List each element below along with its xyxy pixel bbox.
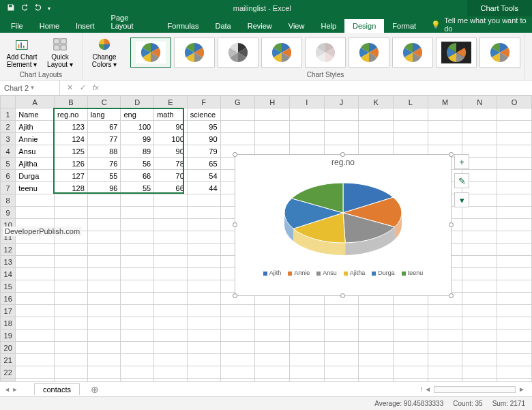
- redo-icon[interactable]: [34, 3, 42, 13]
- cell-G21[interactable]: [220, 354, 255, 366]
- cell-D7[interactable]: 55: [121, 182, 154, 194]
- cell-I1[interactable]: [289, 108, 324, 121]
- cell-C7[interactable]: 96: [87, 182, 121, 194]
- cell-E5[interactable]: 78: [154, 158, 188, 170]
- cell-B21[interactable]: [55, 354, 88, 366]
- cell-B6[interactable]: 127: [55, 170, 88, 182]
- cell-J22[interactable]: [324, 366, 359, 379]
- cell-O13[interactable]: [497, 256, 532, 268]
- cell-A4[interactable]: Ansu: [16, 145, 55, 158]
- cell-F5[interactable]: 65: [187, 158, 220, 170]
- tab-help[interactable]: Help: [312, 19, 344, 33]
- cell-F2[interactable]: 95: [187, 121, 220, 133]
- cell-B4[interactable]: 125: [55, 145, 88, 158]
- cell-D15[interactable]: [121, 280, 154, 293]
- tab-page-layout[interactable]: Page Layout: [103, 11, 160, 33]
- tab-review[interactable]: Review: [239, 19, 280, 33]
- cell-K1[interactable]: [359, 108, 394, 121]
- cell-C16[interactable]: [87, 293, 121, 305]
- cell-B12[interactable]: [55, 244, 88, 256]
- cell-M19[interactable]: [428, 330, 462, 342]
- cell-N15[interactable]: [462, 280, 497, 293]
- legend-item-ansu[interactable]: Ansu: [316, 269, 337, 276]
- col-header-I[interactable]: I: [289, 96, 324, 108]
- cell-O1[interactable]: [497, 108, 532, 121]
- cell-N16[interactable]: [462, 293, 497, 305]
- row-header-17[interactable]: 17: [1, 305, 16, 317]
- col-header-C[interactable]: C: [87, 96, 121, 108]
- col-header-E[interactable]: E: [154, 96, 188, 108]
- cell-O20[interactable]: [497, 342, 532, 354]
- cell-E19[interactable]: [154, 330, 188, 342]
- cell-B9[interactable]: [55, 207, 88, 219]
- col-header-L[interactable]: L: [394, 96, 428, 108]
- cell-A6[interactable]: Durga: [16, 170, 55, 182]
- cell-E11[interactable]: [154, 231, 188, 244]
- cell-O8[interactable]: [497, 194, 532, 207]
- cell-E12[interactable]: [154, 244, 188, 256]
- cell-K2[interactable]: [359, 121, 394, 133]
- cell-G17[interactable]: [220, 305, 255, 317]
- cell-H22[interactable]: [255, 366, 290, 379]
- cell-I22[interactable]: [289, 366, 324, 379]
- cell-D16[interactable]: [121, 293, 154, 305]
- cell-F9[interactable]: [187, 207, 220, 219]
- cell-C2[interactable]: 67: [87, 121, 121, 133]
- cell-A14[interactable]: [16, 268, 55, 280]
- cell-C22[interactable]: [87, 366, 121, 379]
- cell-I18[interactable]: [289, 317, 324, 330]
- cell-O11[interactable]: [497, 231, 532, 244]
- cell-L3[interactable]: [394, 133, 428, 145]
- sheet-tab-contacts[interactable]: contacts: [34, 383, 80, 395]
- chart-style-8[interactable]: [436, 38, 477, 68]
- cell-D18[interactable]: [121, 317, 154, 330]
- new-sheet-button[interactable]: ⊕: [83, 383, 107, 396]
- cell-O9[interactable]: [497, 207, 532, 219]
- cell-C10[interactable]: [87, 219, 121, 231]
- cell-C8[interactable]: [87, 194, 121, 207]
- cell-N3[interactable]: [462, 133, 497, 145]
- col-header-F[interactable]: F: [187, 96, 220, 108]
- cell-E14[interactable]: [154, 268, 188, 280]
- cell-I21[interactable]: [289, 354, 324, 366]
- row-header-19[interactable]: 19: [1, 330, 16, 342]
- cell-O18[interactable]: [497, 317, 532, 330]
- cell-B15[interactable]: [55, 280, 88, 293]
- chart-object[interactable]: reg.no AjithAnnieAnsuAjithaDurgateenu: [235, 154, 452, 296]
- cell-G3[interactable]: [220, 133, 255, 145]
- cell-N9[interactable]: [462, 207, 497, 219]
- cell-J18[interactable]: [324, 317, 359, 330]
- cell-G1[interactable]: [220, 108, 255, 121]
- cell-A7[interactable]: teenu: [16, 182, 55, 194]
- cell-L19[interactable]: [394, 330, 428, 342]
- cell-A9[interactable]: [16, 207, 55, 219]
- chart-style-5[interactable]: [305, 38, 346, 68]
- cell-J19[interactable]: [324, 330, 359, 342]
- cell-D5[interactable]: 56: [121, 158, 154, 170]
- save-icon[interactable]: [7, 3, 15, 13]
- col-header-H[interactable]: H: [255, 96, 290, 108]
- cell-H3[interactable]: [255, 133, 290, 145]
- cell-M17[interactable]: [428, 305, 462, 317]
- chart-filters-button[interactable]: ▾: [454, 192, 469, 207]
- col-header-A[interactable]: A: [16, 96, 55, 108]
- row-header-16[interactable]: 16: [1, 293, 16, 305]
- col-header-B[interactable]: B: [55, 96, 88, 108]
- row-header-4[interactable]: 4: [1, 145, 16, 158]
- cell-B22[interactable]: [55, 366, 88, 379]
- cell-C20[interactable]: [87, 342, 121, 354]
- cell-M22[interactable]: [428, 366, 462, 379]
- cell-E2[interactable]: 90: [154, 121, 188, 133]
- legend-item-annie[interactable]: Annie: [288, 269, 310, 276]
- cell-D4[interactable]: 89: [121, 145, 154, 158]
- cell-L18[interactable]: [394, 317, 428, 330]
- cell-F8[interactable]: [187, 194, 220, 207]
- row-header-6[interactable]: 6: [1, 170, 16, 182]
- cell-B17[interactable]: [55, 305, 88, 317]
- cell-E21[interactable]: [154, 354, 188, 366]
- cell-D10[interactable]: [121, 219, 154, 231]
- cell-J3[interactable]: [324, 133, 359, 145]
- enter-formula-icon[interactable]: ✓: [80, 83, 86, 92]
- cell-F22[interactable]: [187, 366, 220, 379]
- cell-D2[interactable]: 100: [121, 121, 154, 133]
